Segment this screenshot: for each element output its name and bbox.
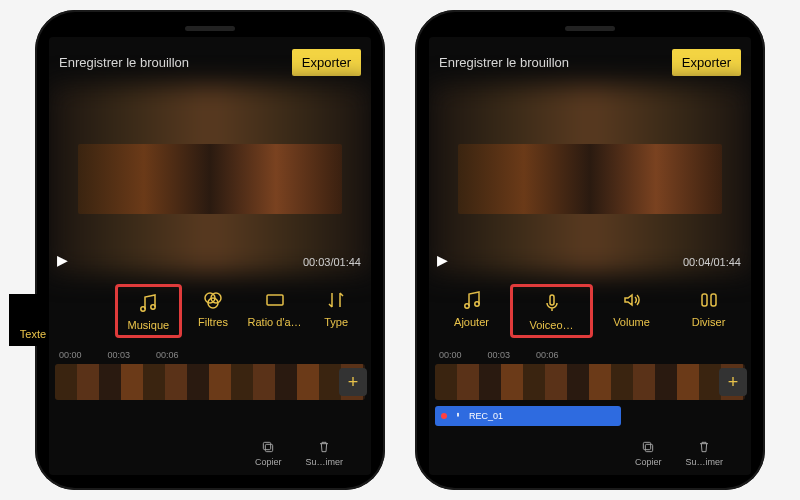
tool-label: Ratio d'a… <box>248 316 302 328</box>
music-add-icon <box>460 288 484 312</box>
microphone-icon <box>540 291 564 315</box>
svg-rect-15 <box>644 442 651 449</box>
text-icon <box>22 300 44 324</box>
video-preview[interactable]: ▶ 00:03/01:44 <box>49 84 371 274</box>
delete-button[interactable]: Su…imer <box>305 439 343 469</box>
topbar: Enregistrer le brouillon Exporter <box>429 37 751 84</box>
tool-label: Type <box>324 316 348 328</box>
tool-volume[interactable]: Volume <box>593 284 670 338</box>
topbar: Enregistrer le brouillon Exporter <box>49 37 371 84</box>
phone-speaker <box>565 26 615 31</box>
tool-type[interactable]: Type <box>305 284 367 338</box>
svg-rect-12 <box>711 294 716 306</box>
bottom-bar: Copier Su…imer <box>429 433 751 475</box>
add-clip-button[interactable]: + <box>719 368 747 396</box>
tool-musique[interactable]: Musique <box>115 284 183 338</box>
copy-button[interactable]: Copier <box>255 439 282 469</box>
volume-icon <box>620 288 644 312</box>
tool-label: Texte <box>20 328 46 340</box>
tool-label: Diviser <box>692 316 726 328</box>
music-icon <box>136 291 160 315</box>
svg-point-1 <box>151 305 155 309</box>
timecode: 00:04/01:44 <box>683 256 741 268</box>
tool-diviser[interactable]: Diviser <box>670 284 747 338</box>
tool-label: Ajouter <box>454 316 489 328</box>
tool-label: Voiceo… <box>529 319 573 331</box>
play-icon[interactable]: ▶ <box>57 252 68 268</box>
video-track[interactable]: + <box>435 364 745 400</box>
video-preview[interactable]: ▶ 00:04/01:44 <box>429 84 751 274</box>
aspect-ratio-icon <box>263 288 287 312</box>
tool-label: Filtres <box>198 316 228 328</box>
play-icon[interactable]: ▶ <box>437 252 448 268</box>
save-draft-button[interactable]: Enregistrer le brouillon <box>439 55 569 70</box>
tool-voiceover[interactable]: Voiceo… <box>510 284 593 338</box>
video-thumbnail <box>458 144 722 214</box>
split-icon <box>697 288 721 312</box>
svg-rect-7 <box>264 442 271 449</box>
audio-clip-label: REC_01 <box>469 411 503 421</box>
timeline-ruler: 00:00 00:03 00:06 <box>435 350 745 360</box>
sort-icon <box>324 288 348 312</box>
export-button[interactable]: Exporter <box>672 49 741 76</box>
timecode: 00:03/01:44 <box>303 256 361 268</box>
editor-screen-left: Enregistrer le brouillon Exporter ▶ 00:0… <box>49 37 371 475</box>
tool-label: Volume <box>613 316 650 328</box>
bottom-bar: Copier Su…imer <box>49 433 371 475</box>
export-button[interactable]: Exporter <box>292 49 361 76</box>
editor-toolbar: Musique Filtres Ratio d'a… Type <box>49 274 371 344</box>
svg-rect-11 <box>702 294 707 306</box>
tool-ajouter[interactable]: Ajouter <box>433 284 510 338</box>
phone-right: Enregistrer le brouillon Exporter ▶ 00:0… <box>415 10 765 490</box>
phone-left: Texte Enregistrer le brouillon Exporter … <box>35 10 385 490</box>
tool-label: Musique <box>128 319 170 331</box>
tool-filtres[interactable]: Filtres <box>182 284 244 338</box>
record-dot-icon <box>441 413 447 419</box>
svg-point-9 <box>474 302 478 306</box>
video-thumbnail <box>78 144 342 214</box>
phone-speaker <box>185 26 235 31</box>
delete-button[interactable]: Su…imer <box>685 439 723 469</box>
filters-icon <box>201 288 225 312</box>
timeline[interactable]: 00:00 00:03 00:06 + REC_01 <box>429 350 751 426</box>
svg-point-0 <box>141 307 145 311</box>
svg-rect-6 <box>266 444 273 451</box>
svg-rect-13 <box>457 413 459 417</box>
svg-rect-10 <box>550 295 554 305</box>
add-clip-button[interactable]: + <box>339 368 367 396</box>
timeline[interactable]: 00:00 00:03 00:06 + <box>49 350 371 400</box>
editor-screen-right: Enregistrer le brouillon Exporter ▶ 00:0… <box>429 37 751 475</box>
save-draft-button[interactable]: Enregistrer le brouillon <box>59 55 189 70</box>
microphone-icon <box>453 411 463 421</box>
svg-rect-5 <box>267 295 283 305</box>
video-track[interactable]: + <box>55 364 365 400</box>
tool-ratio[interactable]: Ratio d'a… <box>244 284 306 338</box>
timeline-ruler: 00:00 00:03 00:06 <box>55 350 365 360</box>
audio-track[interactable]: REC_01 <box>435 406 621 426</box>
svg-point-8 <box>464 304 468 308</box>
copy-button[interactable]: Copier <box>635 439 662 469</box>
editor-toolbar: Ajouter Voiceo… Volume Diviser <box>429 274 751 344</box>
svg-rect-14 <box>646 444 653 451</box>
